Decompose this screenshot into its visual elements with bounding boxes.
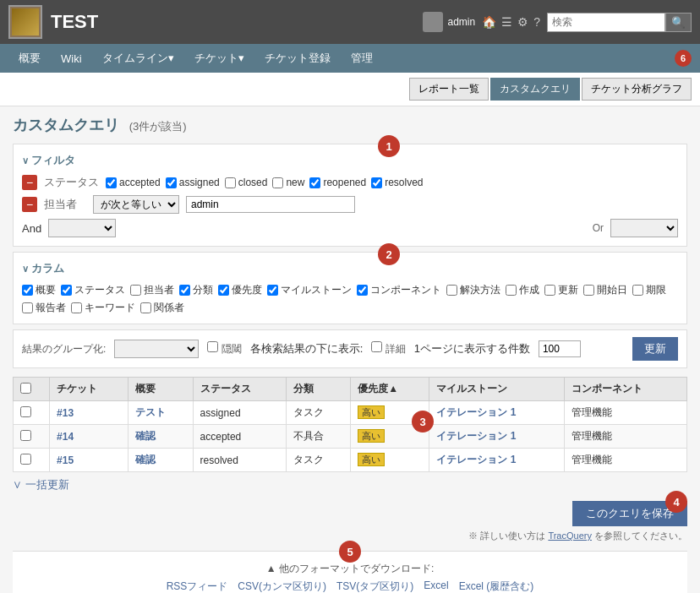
site-title: TEST <box>51 11 98 33</box>
col-milestone-header[interactable]: マイルストーン <box>429 378 564 401</box>
ticket-link-15[interactable]: #15 <box>57 454 74 466</box>
excel-link[interactable]: Excel <box>424 579 448 593</box>
download-links: RSSフィード CSV(カンマ区切り) TSV(タブ区切り) Excel Exc… <box>21 579 679 593</box>
ticket-link-13[interactable]: #13 <box>57 407 74 419</box>
filter-header[interactable]: フィルタ <box>22 153 678 168</box>
hidden-label[interactable]: 隠閾 <box>207 341 241 356</box>
and-label: And <box>22 222 41 235</box>
col-id[interactable]: チケット <box>50 378 129 401</box>
col-status-header[interactable]: ステータス <box>193 378 287 401</box>
update-button[interactable]: 更新 <box>632 337 678 361</box>
bulk-update-link[interactable]: 一括更新 <box>13 478 69 491</box>
milestone-link-1[interactable]: イテレーション 1 <box>436 406 516 418</box>
save-note-prefix: ※ 詳しい使い方は <box>468 530 545 541</box>
col-summary[interactable]: 概要 <box>22 283 56 297</box>
main-content: カスタムクエリ (3件が該当) フィルタ − ステータス accepted as… <box>0 106 700 593</box>
excel-history-link[interactable]: Excel (履歴含む) <box>459 579 534 593</box>
status-assigned[interactable]: assigned <box>166 177 220 188</box>
ticket-summary-15[interactable]: 確認 <box>135 454 156 465</box>
custom-query-button[interactable]: カスタムクエリ <box>490 78 580 101</box>
row-summary-1: テスト <box>129 401 193 425</box>
ticket-analysis-button[interactable]: チケット分析グラフ <box>582 78 692 101</box>
options-row: 結果のグループ化: 隠閾 各検索結果の下に表示: 詳細 1ページに表示する件数 … <box>13 329 687 368</box>
col-keyword[interactable]: キーワード <box>71 301 135 315</box>
row-milestone-3: イテレーション 1 <box>429 449 564 472</box>
nav-item-new-ticket[interactable]: チケット登録 <box>254 44 341 73</box>
col-component-header[interactable]: コンポーネント <box>564 378 686 401</box>
col-start-date[interactable]: 開始日 <box>583 283 627 297</box>
milestone-link-2[interactable]: イテレーション 1 <box>436 430 516 442</box>
page-title: カスタムクエリ <box>13 117 119 133</box>
nav-item-ticket[interactable]: チケット▾ <box>184 44 254 73</box>
trac-query-link[interactable]: TracQuery <box>548 530 592 541</box>
status-resolved[interactable]: resolved <box>371 177 423 188</box>
per-page-input[interactable] <box>539 340 581 357</box>
bulk-update: 一括更新 <box>13 477 687 492</box>
col-priority[interactable]: 優先度 <box>218 283 262 297</box>
or-condition-select[interactable] <box>610 219 678 237</box>
ticket-summary-14[interactable]: 確認 <box>135 430 156 442</box>
tsv-link[interactable]: TSV(タブ区切り) <box>336 579 413 593</box>
columns-header[interactable]: カラム <box>22 261 678 276</box>
nav-item-overview[interactable]: 概要 <box>8 44 51 73</box>
nav-item-admin[interactable]: 管理 <box>341 44 383 73</box>
home-icon[interactable]: 🏠 <box>482 15 496 29</box>
nav-right: 6 <box>675 50 692 67</box>
status-accepted[interactable]: accepted <box>106 177 161 188</box>
assignee-condition-select[interactable]: が次と等しい <box>93 195 179 214</box>
search-form: 🔍 <box>547 13 692 32</box>
save-container: このクエリを保存 ※ 詳しい使い方は TracQuery を参照してください。 … <box>13 501 687 542</box>
col-resolution[interactable]: 解決方法 <box>446 283 500 297</box>
col-status[interactable]: ステータス <box>61 283 125 297</box>
ticket-link-14[interactable]: #14 <box>57 431 74 443</box>
remove-status-filter[interactable]: − <box>22 175 37 190</box>
priority-high-badge-2: 高い <box>358 429 385 443</box>
assignee-value-input[interactable] <box>186 196 355 213</box>
col-created[interactable]: 作成 <box>506 283 539 297</box>
rss-feed-link[interactable]: RSSフィード <box>167 579 228 593</box>
csv-link[interactable]: CSV(カンマ区切り) <box>238 579 326 593</box>
ticket-summary-13[interactable]: テスト <box>135 406 166 418</box>
col-reporter[interactable]: 報告者 <box>22 301 66 315</box>
row-category-2: 不具合 <box>287 425 351 449</box>
status-closed[interactable]: closed <box>225 177 268 188</box>
col-component[interactable]: コンポーネント <box>357 283 441 297</box>
detail-label[interactable]: 詳細 <box>371 341 405 356</box>
col-milestone[interactable]: マイルストーン <box>267 283 352 297</box>
col-assignee[interactable]: 担当者 <box>130 283 174 297</box>
remove-assignee-filter[interactable]: − <box>22 197 37 212</box>
download-title: ▲ 他のフォーマットでダウンロード: <box>21 562 679 576</box>
callout-2: 2 <box>378 243 400 265</box>
list-icon[interactable]: ☰ <box>501 15 512 29</box>
status-reopened[interactable]: reopened <box>309 177 366 188</box>
col-updated[interactable]: 更新 <box>544 283 578 297</box>
table-row: #15 確認 resolved タスク 高い イテレーション 1 管理機能 <box>14 449 687 472</box>
group-by-select[interactable] <box>114 340 199 358</box>
col-priority-header[interactable]: 優先度▲ <box>351 378 429 401</box>
or-label: Or <box>593 222 604 234</box>
row-id-1: #13 <box>50 401 129 425</box>
help-icon[interactable]: ? <box>533 15 540 29</box>
status-new[interactable]: new <box>272 177 304 188</box>
username: admin <box>448 16 476 28</box>
milestone-link-3[interactable]: イテレーション 1 <box>436 454 516 465</box>
footer-container: ▲ 他のフォーマットでダウンロード: RSSフィード CSV(カンマ区切り) T… <box>13 551 687 593</box>
search-input[interactable] <box>547 13 665 32</box>
col-category-header[interactable]: 分類 <box>287 378 351 401</box>
search-button[interactable]: 🔍 <box>665 13 692 32</box>
col-related[interactable]: 関係者 <box>140 301 184 315</box>
settings-icon[interactable]: ⚙ <box>517 15 528 29</box>
row-summary-3: 確認 <box>129 449 193 472</box>
report-list-button[interactable]: レポート一覧 <box>409 78 489 101</box>
select-all-checkbox[interactable] <box>20 383 31 394</box>
col-category[interactable]: 分類 <box>179 283 213 297</box>
logo[interactable] <box>8 5 42 39</box>
col-deadline[interactable]: 期限 <box>632 283 666 297</box>
and-condition-select[interactable] <box>48 219 116 237</box>
group-by-label: 結果のグループ化: <box>22 342 106 356</box>
col-summary-header[interactable]: 概要 <box>129 378 193 401</box>
nav-item-timeline[interactable]: タイムライン▾ <box>92 44 184 73</box>
callout-3: 3 <box>412 411 434 433</box>
assignee-filter-row: − 担当者 が次と等しい <box>22 195 678 214</box>
nav-item-wiki[interactable]: Wiki <box>51 46 92 72</box>
